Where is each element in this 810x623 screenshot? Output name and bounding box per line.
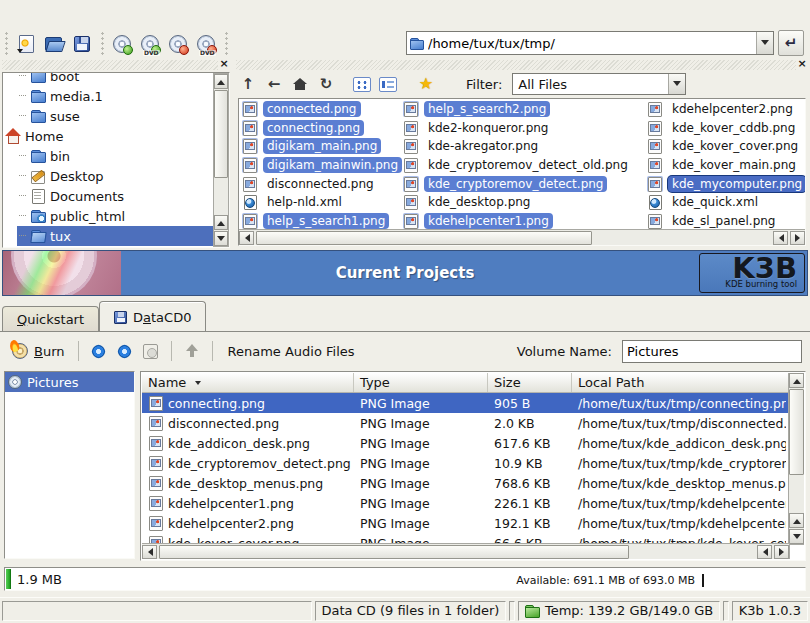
import-session-button[interactable] (86, 339, 112, 363)
scroll-left-button[interactable] (757, 545, 772, 559)
go-enter-button[interactable]: ↵ (778, 30, 804, 56)
table-row[interactable]: connecting.png PNG Image 905 B /home/tux… (142, 393, 788, 413)
scroll-up-button[interactable] (214, 74, 228, 89)
rename-audio-button[interactable]: Rename Audio Files (228, 344, 355, 359)
clear-session-button[interactable] (112, 339, 138, 363)
volume-name-input[interactable] (622, 340, 802, 363)
location-input[interactable] (428, 36, 752, 51)
tree-item[interactable]: Documents (3, 186, 213, 206)
file-item[interactable]: disconnected.png (242, 174, 400, 193)
table-hscrollbar[interactable] (142, 543, 790, 559)
temp-space-panel[interactable]: Temp: 139.2 GB/149.0 GB (518, 601, 720, 621)
file-item[interactable]: kde_cryptoremov_detect.png (403, 174, 643, 193)
detail-view-button[interactable] (376, 73, 400, 95)
filter-combobox[interactable]: All Files (512, 73, 686, 95)
project-root-item[interactable]: Pictures (5, 372, 134, 392)
location-combobox[interactable] (406, 31, 774, 55)
tree-item[interactable]: Home (3, 126, 213, 146)
file-item[interactable]: kde_desktop.png (403, 193, 643, 212)
file-item[interactable]: kdehelpcenter2.png (647, 100, 805, 119)
back-button[interactable]: ← (262, 73, 286, 95)
location-dropdown-button[interactable] (756, 32, 773, 54)
scroll-down-button[interactable] (214, 231, 228, 246)
file-item[interactable]: kde_kover_cddb.png (647, 119, 805, 138)
open-project-button[interactable] (40, 29, 68, 59)
browser-hscrollbar[interactable] (239, 229, 805, 245)
scroll-left-button[interactable] (239, 231, 254, 245)
scrollbar-thumb[interactable] (789, 389, 804, 475)
table-row[interactable]: kdehelpcenter2.png PNG Image 192.1 KB /h… (142, 513, 788, 533)
table-row[interactable]: kde_desktop_menus.png PNG Image 768.6 KB… (142, 473, 788, 493)
tree-scrollbar[interactable] (213, 73, 229, 247)
column-header-name[interactable]: Name (142, 373, 354, 392)
home-button[interactable] (288, 73, 312, 95)
new-project-button[interactable] (12, 29, 40, 59)
file-item[interactable]: kde_mycomputer.png (647, 174, 805, 193)
save-project-button[interactable] (68, 29, 96, 59)
burn-button[interactable]: Burn (6, 341, 71, 361)
file-item[interactable]: kde_cryptoremov_detect_old.png (403, 156, 643, 175)
file-item[interactable]: connecting.png (242, 119, 400, 138)
scroll-down-button[interactable] (789, 529, 804, 544)
table-row[interactable]: kde_addicon_desk.png PNG Image 617.6 KB … (142, 433, 788, 453)
new-data-cd-button[interactable] (108, 29, 136, 59)
file-item[interactable]: digikam_mainwin.png (242, 156, 400, 175)
scrollbar-thumb[interactable] (159, 545, 629, 559)
scroll-up-button[interactable] (214, 215, 228, 230)
table-row[interactable]: kdehelpcenter1.png PNG Image 226.1 KB /h… (142, 493, 788, 513)
copy-dvd-button[interactable]: DVD (192, 29, 220, 59)
file-item[interactable]: help_s_search2.png (403, 100, 643, 119)
scroll-up-button[interactable] (789, 373, 804, 388)
file-item[interactable]: kde2-konqueror.png (403, 119, 643, 138)
menu-item[interactable] (76, 10, 94, 16)
file-item[interactable]: digikam_main.png (242, 137, 400, 156)
tree-item[interactable]: tux (3, 226, 213, 246)
menu-item[interactable] (94, 10, 112, 16)
filter-dropdown-button[interactable] (668, 74, 685, 94)
file-item[interactable]: kde_sl_panel.png (647, 212, 805, 231)
tab-quickstart[interactable]: Quickstart (2, 306, 99, 332)
file-item[interactable]: help_s_search1.png (242, 212, 400, 231)
file-item[interactable]: kde_kover_main.png (647, 156, 805, 175)
table-row[interactable]: kde_cryptoremov_detect.png PNG Image 10.… (142, 453, 788, 473)
file-item[interactable]: kde-akregator.png (403, 137, 643, 156)
tree-item[interactable]: media.1 (3, 86, 213, 106)
table-row[interactable]: disconnected.png PNG Image 2.0 KB /home/… (142, 413, 788, 433)
scroll-right-button[interactable] (790, 231, 805, 245)
scroll-up-button[interactable] (789, 513, 804, 528)
scroll-right-button[interactable] (774, 545, 789, 559)
scroll-left-button[interactable] (773, 231, 788, 245)
tree-item[interactable]: bin (3, 146, 213, 166)
browser-dock-handle[interactable]: × (236, 60, 808, 70)
file-item[interactable]: help-nld.xml (242, 193, 400, 212)
toolbar-grip[interactable] (224, 31, 229, 57)
menu-item[interactable] (22, 10, 40, 16)
tree-item[interactable]: boot (3, 72, 213, 86)
scrollbar-thumb[interactable] (214, 90, 228, 178)
edit-boot-images-button[interactable] (138, 339, 164, 363)
file-item[interactable]: kde_quick.xml (647, 193, 805, 212)
file-item[interactable]: kdehelpcenter1.png (403, 212, 643, 231)
scrollbar-thumb[interactable] (256, 231, 592, 245)
tree-item[interactable]: Desktop (3, 166, 213, 186)
copy-cd-button[interactable] (164, 29, 192, 59)
icon-view-button[interactable] (350, 73, 374, 95)
column-header-size[interactable]: Size (488, 373, 572, 392)
new-data-dvd-button[interactable]: DVD (136, 29, 164, 59)
tab-datacd0[interactable]: DataCD0 (99, 301, 206, 332)
table-vscrollbar[interactable] (788, 373, 804, 545)
menu-item[interactable] (4, 10, 22, 16)
column-header-type[interactable]: Type (354, 373, 488, 392)
file-item[interactable]: connected.png (242, 100, 400, 119)
menu-item[interactable] (40, 10, 58, 16)
close-icon[interactable]: × (796, 58, 808, 70)
reload-button[interactable]: ↻ (314, 73, 338, 95)
bookmark-button[interactable]: ★ (414, 73, 438, 95)
tree-item[interactable]: public_html (3, 206, 213, 226)
tree-dock-handle[interactable]: × (2, 60, 230, 70)
toolbar-grip[interactable] (100, 31, 105, 57)
scroll-left-button[interactable] (142, 545, 157, 559)
toolbar-grip[interactable] (4, 31, 9, 57)
close-icon[interactable]: × (218, 58, 230, 70)
column-header-path[interactable]: Local Path (572, 373, 788, 392)
